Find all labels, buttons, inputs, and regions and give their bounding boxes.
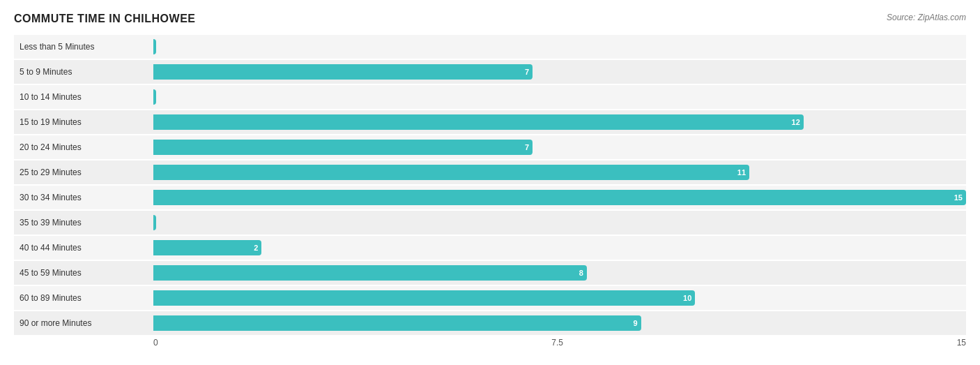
bar-row: 35 to 39 Minutes [14, 211, 966, 234]
chart-title: COMMUTE TIME IN CHILHOWEE [14, 13, 195, 25]
bar-row: 40 to 44 Minutes2 [14, 236, 966, 260]
bar-track [153, 215, 966, 230]
bar-track: 9 [153, 315, 966, 331]
bar-row: 5 to 9 Minutes7 [14, 60, 966, 84]
bar-track: 15 [153, 190, 966, 205]
bar-label: 10 to 14 Minutes [14, 92, 153, 102]
bar-label: 30 to 34 Minutes [14, 193, 153, 202]
bar-fill: 7 [153, 140, 533, 155]
bar-row: 10 to 14 Minutes [14, 85, 966, 109]
bar-value: 8 [579, 269, 587, 277]
x-axis-tick: 7.5 [551, 338, 563, 348]
bar-fill: 9 [153, 315, 641, 331]
bar-track: 11 [153, 165, 966, 180]
chart-source: Source: ZipAtlas.com [887, 13, 966, 22]
bars-area: Less than 5 Minutes5 to 9 Minutes710 to … [14, 35, 966, 335]
bar-fill: 10 [153, 290, 695, 306]
bar-label: 5 to 9 Minutes [14, 67, 153, 77]
bar-row: 90 or more Minutes9 [14, 311, 966, 335]
bar-label: 40 to 44 Minutes [14, 243, 153, 253]
x-axis-tick: 15 [957, 338, 966, 348]
bar-label: 25 to 29 Minutes [14, 167, 153, 177]
bar-fill: 7 [153, 64, 533, 80]
bar-track: 12 [153, 114, 966, 130]
x-axis: 07.515 [14, 338, 966, 348]
bar-track: 7 [153, 140, 966, 155]
bar-row: 45 to 59 Minutes8 [14, 261, 966, 285]
bar-label: 90 or more Minutes [14, 318, 153, 328]
chart-container: COMMUTE TIME IN CHILHOWEE Source: ZipAtl… [0, 0, 980, 365]
bar-track: 10 [153, 290, 966, 306]
bar-value: 7 [525, 68, 533, 76]
bar-fill: 11 [153, 165, 749, 180]
bar-label: 20 to 24 Minutes [14, 142, 153, 152]
bar-label: 35 to 39 Minutes [14, 218, 153, 228]
bar-fill: 8 [153, 265, 587, 281]
bar-fill: 12 [153, 114, 804, 130]
bar-fill: 15 [153, 190, 966, 205]
bar-track [153, 89, 966, 105]
bar-row: 15 to 19 Minutes12 [14, 110, 966, 134]
bar-value: 10 [683, 294, 695, 302]
bar-label: 60 to 89 Minutes [14, 293, 153, 303]
x-axis-tick: 0 [153, 338, 158, 348]
x-axis-inner: 07.515 [153, 338, 966, 348]
chart-header: COMMUTE TIME IN CHILHOWEE Source: ZipAtl… [14, 13, 966, 25]
bar-row: 60 to 89 Minutes10 [14, 286, 966, 310]
bar-fill: 2 [153, 240, 261, 255]
bar-value: 12 [792, 118, 804, 126]
bar-track [153, 39, 966, 54]
bar-label: Less than 5 Minutes [14, 42, 153, 52]
bar-row: Less than 5 Minutes [14, 35, 966, 59]
bar-value: 9 [633, 319, 641, 327]
bar-fill [153, 215, 156, 230]
bar-row: 25 to 29 Minutes11 [14, 161, 966, 184]
bar-row: 30 to 34 Minutes15 [14, 186, 966, 209]
bar-value: 11 [737, 168, 749, 177]
bar-row: 20 to 24 Minutes7 [14, 135, 966, 159]
bar-track: 7 [153, 64, 966, 80]
bar-fill [153, 89, 156, 105]
bar-label: 45 to 59 Minutes [14, 268, 153, 278]
bar-value: 7 [525, 143, 533, 151]
bar-value: 15 [954, 193, 966, 202]
bar-label: 15 to 19 Minutes [14, 117, 153, 127]
bar-track: 2 [153, 240, 966, 255]
bar-track: 8 [153, 265, 966, 281]
bar-fill [153, 39, 156, 54]
bar-value: 2 [254, 244, 261, 252]
